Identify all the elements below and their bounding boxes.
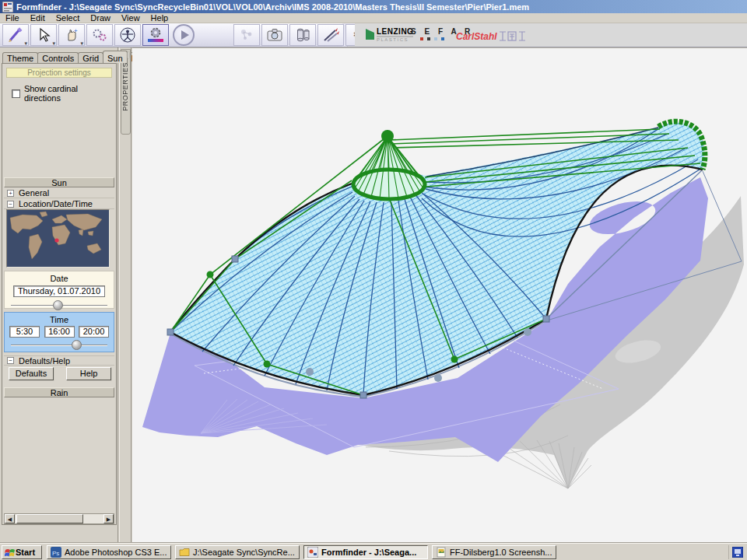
show-cardinal-label: Show cardinal directions <box>24 84 116 103</box>
time-end-field[interactable]: 20:00 <box>79 326 109 338</box>
time-slider-track <box>11 345 107 346</box>
image-file-icon <box>436 547 447 558</box>
annotate-button[interactable] <box>317 24 344 46</box>
photoshop-icon: Ps <box>51 547 61 558</box>
time-label: Time <box>5 313 114 324</box>
scroll-left-arrow-icon[interactable]: ◀ <box>5 514 15 523</box>
select-tool-button[interactable]: ▾ <box>30 24 57 46</box>
date-slider[interactable] <box>5 300 114 311</box>
dropdown-arrow-icon[interactable]: ▾ <box>80 41 83 46</box>
draw-tool-button[interactable]: ▾ <box>2 24 29 46</box>
task-label: Formfinder - J:\Seaga... <box>321 548 416 557</box>
show-cardinal-checkbox[interactable] <box>12 89 20 98</box>
menu-edit[interactable]: Edit <box>25 13 51 23</box>
darts-icon <box>322 26 339 44</box>
window-title: Formfinder - J:\Seagate Sync\SyncRecycle… <box>16 2 529 12</box>
task-label: Adobe Photoshop CS3 E... <box>65 548 167 557</box>
scrollbar-thumb[interactable] <box>16 514 83 523</box>
properties-strip: PROPERTIES <box>119 47 132 543</box>
tab-theme[interactable]: Theme <box>2 52 38 63</box>
menu-draw[interactable]: Draw <box>85 13 116 23</box>
general-section-row[interactable]: + General <box>4 188 114 198</box>
menu-help[interactable]: Help <box>146 13 174 23</box>
collapse-minus-icon[interactable]: − <box>7 201 14 208</box>
dropdown-arrow-icon[interactable]: ▾ <box>24 41 27 46</box>
pan-tool-button[interactable]: + ▾ <box>58 24 85 46</box>
start-button[interactable]: Start <box>2 545 42 559</box>
settings-gear-icon <box>146 26 165 44</box>
task-formfinder[interactable]: Formfinder - J:\Seaga... <box>303 545 428 559</box>
show-cardinal-row: Show cardinal directions <box>12 84 116 103</box>
time-slider[interactable] <box>5 340 114 351</box>
render-settings-button[interactable] <box>142 24 169 46</box>
partner-outline-logo-icon <box>498 29 528 44</box>
play-button[interactable] <box>173 24 195 46</box>
menu-view[interactable]: View <box>116 13 146 23</box>
formfinder-window: Formfinder - J:\Seagate Sync\SyncRecycle… <box>0 0 747 560</box>
location-map[interactable] <box>6 209 110 268</box>
title-bar[interactable]: Formfinder - J:\Seagate Sync\SyncRecycle… <box>0 0 747 13</box>
panel-horizontal-scrollbar[interactable]: ◀ ▶ <box>4 513 114 524</box>
time-slider-thumb[interactable] <box>72 340 82 350</box>
defaults-help-section-row[interactable]: − Defaults/Help <box>4 355 114 366</box>
collapse-minus-icon[interactable]: − <box>7 357 14 364</box>
analysis-button[interactable] <box>233 24 260 46</box>
svg-text:Ps: Ps <box>52 550 59 557</box>
location-section-label: Location/Date/Time <box>19 199 93 208</box>
materials-button[interactable] <box>289 24 316 46</box>
taskbar: Start Ps Adobe Photoshop CS3 E... J:\Sea… <box>0 543 747 560</box>
tray-display-icon[interactable] <box>732 547 743 558</box>
snapshot-button[interactable] <box>261 24 288 46</box>
time-start-field[interactable]: 5:30 <box>9 326 40 338</box>
time-current-field[interactable]: 16:00 <box>44 326 75 338</box>
task-screenshot-file[interactable]: FF-Dilsberg1.0 Screensh... <box>432 545 556 559</box>
proportion-tool-button[interactable] <box>114 24 141 46</box>
lenzing-wordmark: LENZING <box>377 27 413 36</box>
toolbar: ▾ ▾ + ▾ <box>0 23 747 47</box>
defaults-button[interactable]: Defaults <box>9 367 54 380</box>
tab-sun[interactable]: Sun <box>103 51 128 63</box>
task-photoshop[interactable]: Ps Adobe Photoshop CS3 E... <box>47 545 171 559</box>
lenzing-sub: PLASTICS <box>377 36 413 42</box>
viewport-3d[interactable] <box>132 47 747 543</box>
svg-text:+: + <box>74 27 78 34</box>
location-section-row[interactable]: − Location/Date/Time <box>4 199 114 209</box>
task-label: J:\Seagate Sync\SyncRe... <box>193 548 295 557</box>
dropdown-arrow-icon[interactable]: ▾ <box>52 41 55 46</box>
tab-controls[interactable]: Controls <box>37 52 79 63</box>
task-explorer-folder[interactable]: J:\Seagate Sync\SyncRe... <box>175 545 300 559</box>
expand-plus-icon[interactable]: + <box>7 190 14 197</box>
gears-icon <box>91 26 108 44</box>
help-button[interactable]: Help <box>66 367 111 380</box>
time-group: Time 5:30 16:00 20:00 <box>4 312 114 352</box>
sun-tab-page: Projection settings Show cardinal direct… <box>2 63 117 525</box>
formfinder-task-icon <box>307 547 318 558</box>
tab-grid[interactable]: Grid <box>78 52 103 63</box>
properties-strip-label: PROPERTIES <box>121 62 132 111</box>
start-label: Start <box>16 548 35 557</box>
viewport-3d-scene[interactable] <box>132 48 747 544</box>
scroll-right-arrow-icon[interactable]: ▶ <box>103 514 114 523</box>
lenzing-logo: LENZING PLASTICS <box>366 27 413 42</box>
sun-section-header[interactable]: Sun <box>4 177 114 187</box>
play-icon <box>181 30 189 40</box>
general-section-label: General <box>19 188 49 198</box>
date-slider-thumb[interactable] <box>53 300 63 310</box>
menu-select[interactable]: Select <box>51 13 86 23</box>
defaults-help-label: Defaults/Help <box>19 356 70 366</box>
rain-section-header[interactable]: Rain <box>4 387 114 397</box>
windows-flag-icon <box>5 547 16 558</box>
projection-settings-button[interactable]: Projection settings <box>6 68 112 78</box>
world-map-image <box>7 210 109 267</box>
location-marker <box>54 238 58 242</box>
task-label: FF-Dilsberg1.0 Screensh... <box>450 548 552 557</box>
pencil-icon <box>7 26 24 44</box>
hand-icon: + <box>64 27 79 43</box>
formfind-tool-button[interactable] <box>86 24 113 46</box>
menu-file[interactable]: File <box>0 13 25 23</box>
folder-icon <box>179 547 190 558</box>
app-icon <box>2 2 13 12</box>
camera-icon <box>266 26 283 44</box>
date-field[interactable]: Thursday, 01.07.2010 <box>13 285 105 297</box>
system-tray <box>728 545 745 559</box>
